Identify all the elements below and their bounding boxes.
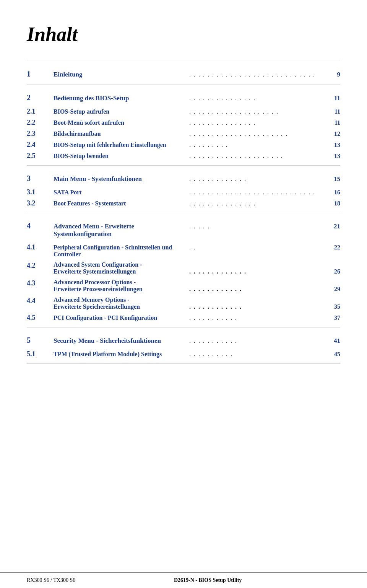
toc-content-4-3: Advancend Processor Options - Erweiterte…: [54, 279, 340, 293]
toc-entry-3: 3 Main Menu - Systemfunktionen . . . . .…: [27, 172, 340, 185]
toc-text-4: Advanced Menu - Erweiterte Systemkonfigu…: [54, 223, 188, 238]
divider-2: [27, 165, 340, 166]
toc-entry-2-4: 2.4 BIOS-Setup mit fehlerhaften Einstell…: [27, 139, 340, 150]
toc-page-2-1: 11: [325, 108, 340, 115]
footer-center-text: D2619-N - BIOS Setup Utility: [174, 577, 242, 583]
top-divider: [27, 61, 340, 61]
toc-text-3-1: SATA Port: [54, 189, 188, 196]
toc-dots-2-5: . . . . . . . . . . . . . . . . . . . . …: [188, 153, 325, 160]
toc-entry-1: 1 Einleitung . . . . . . . . . . . . . .…: [27, 67, 340, 81]
footer-left-text: RX300 S6 / TX300 S6: [27, 577, 75, 583]
toc-number-3: 3: [27, 174, 54, 183]
toc-text-4-4-line2: Erweiterte Speichereinstellungen: [54, 303, 188, 310]
toc-text-2-3: Bildschirmaufbau: [54, 130, 188, 137]
toc-row1-4-4: Advanced Memory Options -: [54, 296, 340, 303]
toc-number-3-1: 3.1: [27, 188, 54, 196]
toc-number-4-1: 4.1: [27, 243, 54, 251]
toc-page-2-3: 12: [325, 130, 340, 137]
toc-page-5: 41: [325, 337, 340, 345]
toc-dots-2-1: . . . . . . . . . . . . . . . . . . . .: [188, 108, 325, 115]
toc-page-4-4: 35: [325, 303, 340, 310]
toc-dots-4-1: . .: [188, 244, 325, 251]
toc-page-1: 9: [325, 71, 340, 78]
toc-dots-3-1: . . . . . . . . . . . . . . . . . . . . …: [188, 189, 325, 196]
toc-number-2-1: 2.1: [27, 108, 54, 116]
toc-number-2-5: 2.5: [27, 152, 54, 160]
toc-number-4: 4: [27, 222, 54, 230]
toc-text-3-2: Boot Features - Systemstart: [54, 200, 188, 207]
divider-4: [27, 327, 340, 327]
divider-5: [27, 363, 340, 364]
divider-3: [27, 213, 340, 213]
toc-page-2-2: 11: [325, 119, 340, 126]
toc-entry-4-1: 4.1 Peripheral Configuration - Schnittst…: [27, 242, 340, 259]
toc-entry-4-3: 4.3 Advancend Processor Options - Erweit…: [27, 277, 340, 295]
toc-number-4-2: 4.2: [27, 261, 54, 270]
toc-dots-4-5: . . . . . . . . . . .: [188, 314, 325, 321]
toc-text-4-5: PCI Configuration - PCI Konfiguration: [54, 314, 188, 321]
footer: RX300 S6 / TX300 S6 D2619-N - BIOS Setup…: [0, 572, 367, 588]
toc-row2-4-4: Erweiterte Speichereinstellungen . . . .…: [54, 303, 340, 310]
toc-entry-3-1: 3.1 SATA Port . . . . . . . . . . . . . …: [27, 187, 340, 198]
toc-number-3-2: 3.2: [27, 199, 54, 207]
toc-page-3-2: 18: [325, 200, 340, 207]
toc-text-2-5: BIOS-Setup beenden: [54, 153, 188, 160]
toc-entry-2-3: 2.3 Bildschirmaufbau . . . . . . . . . .…: [27, 128, 340, 139]
toc-text-4-1: Peripheral Configuration - Schnittstelle…: [54, 244, 188, 258]
toc-page-3-1: 16: [325, 189, 340, 196]
toc-number-2-4: 2.4: [27, 141, 54, 149]
toc-dots-2-3: . . . . . . . . . . . . . . . . . . . . …: [188, 130, 325, 137]
toc-number-2-3: 2.3: [27, 130, 54, 138]
toc-number-4-5: 4.5: [27, 314, 54, 322]
toc-dots-1: . . . . . . . . . . . . . . . . . . . . …: [188, 71, 325, 78]
toc-page-4-1: 22: [325, 244, 340, 251]
toc-number-5: 5: [27, 336, 54, 345]
toc-page-3: 15: [325, 175, 340, 183]
toc-dots-3: . . . . . . . . . . . . .: [188, 176, 325, 182]
toc-dots-2-4: . . . . . . . . .: [188, 142, 325, 148]
toc-content-4-4: Advanced Memory Options - Erweiterte Spe…: [54, 296, 340, 310]
toc-dots-2: . . . . . . . . . . . . . . .: [188, 95, 325, 102]
toc-page-4-2: 26: [325, 268, 340, 275]
page: Inhalt 1 Einleitung . . . . . . . . . . …: [0, 0, 367, 588]
toc-text-4-2-line2: Erweiterte Systemeinstellungen: [54, 268, 188, 275]
toc-row1-4-2: Advanced System Configuration -: [54, 261, 340, 268]
toc-entry-3-2: 3.2 Boot Features - Systemstart . . . . …: [27, 198, 340, 209]
toc-page-2: 11: [325, 94, 340, 102]
toc-text-1: Einleitung: [54, 71, 188, 78]
toc-text-2: Bedienung des BIOS-Setup: [54, 94, 188, 102]
toc-number-2: 2: [27, 93, 54, 102]
toc-text-2-4: BIOS-Setup mit fehlerhaften Einstellunge…: [54, 142, 188, 148]
toc-entry-2-1: 2.1 BIOS-Setup aufrufen . . . . . . . . …: [27, 106, 340, 117]
toc-text-5: Security Menu - Sicherheitsfunktionen: [54, 337, 188, 345]
toc-text-4-4-line1: Advanced Memory Options -: [54, 296, 340, 303]
toc-page-2-5: 13: [325, 153, 340, 160]
toc-text-4-3-line2: Erweiterte Prozessoreinstellungen: [54, 286, 188, 293]
toc-dots-4-2: . . . . . . . . . . . . .: [188, 268, 325, 275]
toc-entry-4-5: 4.5 PCI Configuration - PCI Konfiguratio…: [27, 312, 340, 323]
toc-dots-5-1: . . . . . . . . . .: [188, 351, 325, 358]
page-title: Inhalt: [27, 23, 340, 46]
toc-dots-4-3: . . . . . . . . . . . .: [188, 286, 325, 293]
toc-text-5-1: TPM (Trusted Platform Module) Settings: [54, 351, 188, 358]
divider-1: [27, 85, 340, 85]
toc-row1-4-3: Advancend Processor Options -: [54, 279, 340, 286]
toc-entry-5: 5 Security Menu - Sicherheitsfunktionen …: [27, 334, 340, 347]
toc-text-2-1: BIOS-Setup aufrufen: [54, 108, 188, 115]
toc-content-4-2: Advanced System Configuration - Erweiter…: [54, 261, 340, 275]
toc-entry-2: 2 Bedienung des BIOS-Setup . . . . . . .…: [27, 91, 340, 104]
table-of-contents: 1 Einleitung . . . . . . . . . . . . . .…: [27, 67, 340, 364]
toc-number-1: 1: [27, 70, 54, 78]
toc-dots-5: . . . . . . . . . . .: [188, 337, 325, 344]
toc-text-2-2: Boot-Menü sofort aufrufen: [54, 119, 188, 126]
toc-number-2-2: 2.2: [27, 119, 54, 127]
toc-entry-4-2: 4.2 Advanced System Configuration - Erwe…: [27, 259, 340, 277]
toc-number-4-3: 4.3: [27, 279, 54, 287]
toc-entry-2-5: 2.5 BIOS-Setup beenden . . . . . . . . .…: [27, 150, 340, 161]
toc-row2-4-3: Erweiterte Prozessoreinstellungen . . . …: [54, 286, 340, 293]
toc-text-4-3-line1: Advancend Processor Options -: [54, 279, 340, 286]
toc-dots-3-2: . . . . . . . . . . . . . . .: [188, 200, 325, 207]
toc-entry-5-1: 5.1 TPM (Trusted Platform Module) Settin…: [27, 349, 340, 360]
toc-dots-4: . . . . .: [188, 223, 325, 230]
toc-entry-2-2: 2.2 Boot-Menü sofort aufrufen . . . . . …: [27, 117, 340, 128]
